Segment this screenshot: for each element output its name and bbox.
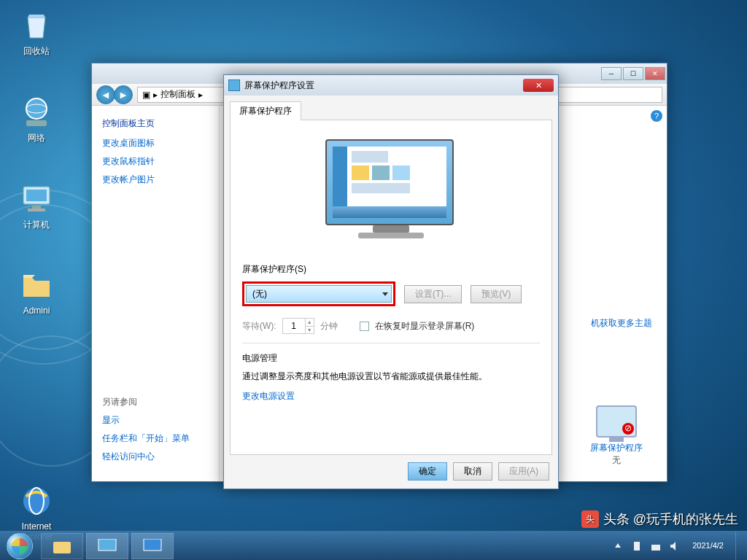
action-center-icon[interactable] [631,540,643,552]
taskbar-item-personalization[interactable] [86,533,128,559]
volume-icon[interactable] [669,540,681,552]
taskbar-link[interactable]: 任务栏和「开始」菜单 [102,432,209,445]
ssaver-status: 无 [576,454,657,467]
start-button[interactable] [0,532,39,561]
folder-icon [53,539,71,553]
resume-label: 在恢复时显示登录屏幕(R) [375,320,475,332]
computer-icon[interactable]: 计算机 [7,181,66,231]
cp-sidebar: 控制面板主页 更改桌面图标 更改鼠标指针 更改帐户图片 另请参阅 显示 任务栏和… [92,106,220,481]
network-label: 网络 [28,132,45,144]
clock[interactable]: 2021/4/2 [688,540,728,551]
power-section-label: 电源管理 [242,352,540,365]
svg-rect-11 [144,539,161,551]
screensaver-dropdown[interactable]: (无) [246,285,392,303]
breadcrumb-icon: ▣ [142,90,150,100]
user-folder-label: Admini [23,306,50,316]
ease-access-link[interactable]: 轻松访问中心 [102,451,209,463]
wait-unit: 分钟 [320,320,338,332]
ssaver-title: 屏幕保护程序 [576,442,657,454]
wait-label: 等待(W): [242,320,276,332]
svg-rect-4 [26,190,47,201]
display-link[interactable]: 显示 [102,414,209,427]
get-more-themes-link[interactable]: 机获取更多主题 [591,317,652,330]
dialog-close-button[interactable]: ✕ [523,79,554,92]
screensaver-section-label: 屏幕保护程序(S) [242,263,540,276]
taskbar-item-screensaver[interactable] [131,533,174,559]
wait-input[interactable] [283,319,305,333]
power-desc: 通过调整显示亮度和其他电源设置以节省能源或提供最佳性能。 [242,370,540,383]
wait-spinner[interactable]: ▲ ▼ [282,318,314,334]
change-desktop-icons-link[interactable]: 更改桌面图标 [102,137,209,149]
watermark: 头 头条 @玩手机的张先生 [581,510,738,528]
toutiao-logo-icon: 头 [581,510,599,528]
svg-rect-12 [634,542,640,551]
dialog-title: 屏幕保护程序设置 [244,79,314,92]
forward-button[interactable]: ► [114,85,133,104]
user-folder-icon[interactable]: Admini [7,268,66,316]
cp-home-link[interactable]: 控制面板主页 [102,117,209,130]
taskbar-item-explorer[interactable] [41,533,83,559]
apply-button[interactable]: 应用(A) [498,462,549,481]
chevron-down-icon [382,292,388,296]
maximize-button[interactable]: ☐ [623,67,643,80]
preview-button[interactable]: 预览(V) [471,285,522,303]
wait-row: 等待(W): ▲ ▼ 分钟 在恢复时显示登录屏幕(R) [242,318,540,334]
network-tray-icon[interactable] [650,540,662,552]
svg-rect-5 [32,206,41,209]
dialog-titlebar[interactable]: 屏幕保护程序设置 ✕ [224,75,558,96]
monitor-preview [325,139,457,249]
highlight-annotation: (无) [242,281,395,306]
ok-button[interactable]: 确定 [408,462,447,481]
svg-point-0 [26,98,47,119]
tray-up-icon[interactable] [612,540,624,552]
close-button[interactable]: ✕ [645,67,665,80]
screensaver-icon [142,539,163,553]
change-mouse-link[interactable]: 更改鼠标指针 [102,155,209,168]
system-tray: 2021/4/2 [609,532,747,561]
svg-rect-10 [98,539,116,551]
svg-rect-13 [651,545,660,551]
computer-label: 计算机 [23,219,50,231]
taskbar: 2021/4/2 [0,531,747,560]
svg-rect-6 [28,209,45,211]
see-also-header: 另请参阅 [102,396,209,408]
svg-rect-9 [53,542,71,553]
desktop-icons: 回收站 网络 计算机 Admini Internet Explorer [7,7,66,542]
help-icon[interactable]: ? [651,110,662,122]
dialog-icon [228,79,240,91]
show-desktop-button[interactable] [735,532,744,561]
cancel-button[interactable]: 取消 [453,462,492,481]
spinner-up[interactable]: ▲ [305,319,314,327]
settings-button[interactable]: 设置(T)... [404,285,462,303]
recycle-bin-icon[interactable]: 回收站 [7,7,66,58]
screen-saver-dialog: 屏幕保护程序设置 ✕ 屏幕保护程序 屏幕保护程序(S) [223,74,559,489]
change-account-pic-link[interactable]: 更改帐户图片 [102,174,209,186]
spinner-down[interactable]: ▼ [305,327,314,334]
monitor-icon [97,539,117,553]
change-power-link[interactable]: 更改电源设置 [242,390,540,402]
screen-saver-category[interactable]: ⊘ 屏幕保护程序 无 [576,405,657,467]
minimize-button[interactable]: ─ [601,67,622,80]
back-button[interactable]: ◄ [96,85,115,104]
svg-rect-2 [26,120,47,126]
dialog-content: 屏幕保护程序(S) (无) 设置(T)... 预览(V) 等待(W): ▲ ▼ … [230,120,552,455]
recycle-bin-label: 回收站 [23,45,50,58]
network-icon[interactable]: 网络 [7,94,66,144]
resume-checkbox[interactable] [360,322,369,331]
tab-screen-saver[interactable]: 屏幕保护程序 [230,101,301,120]
